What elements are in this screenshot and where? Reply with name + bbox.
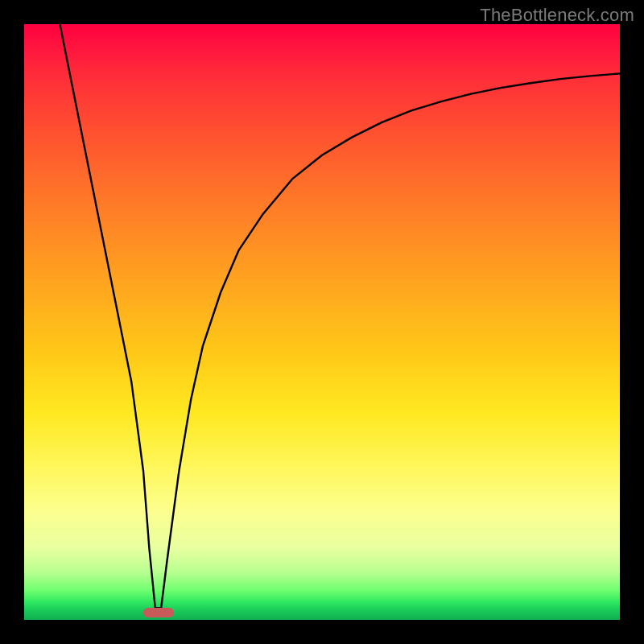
curve-svg <box>24 24 620 620</box>
bottleneck-curve-path <box>60 24 620 608</box>
minimum-marker <box>143 608 174 617</box>
watermark-text: TheBottleneck.com <box>480 5 634 26</box>
chart-plot-area <box>24 24 620 620</box>
